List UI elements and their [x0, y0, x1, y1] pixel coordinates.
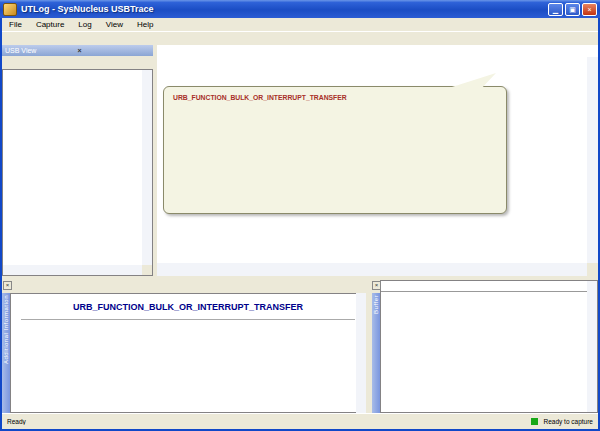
usb-tree [3, 70, 142, 265]
window-controls: ▁ ▣ × [548, 3, 597, 16]
tree-vertical-scrollbar[interactable] [142, 70, 152, 265]
menu-file[interactable]: File [2, 19, 29, 30]
usb-view-close-icon[interactable]: × [78, 47, 151, 54]
detail-title: URB_FUNCTION_BULK_OR_INTERRUPT_TRANSFER [11, 302, 365, 312]
log-table-header [157, 45, 598, 57]
detail-close-icon[interactable]: × [3, 281, 12, 290]
detail-side-label: Additional Information [3, 293, 9, 366]
minimize-button[interactable]: ▁ [548, 3, 563, 16]
menu-bar: FileCaptureLogViewHelp [2, 18, 598, 31]
detail-content: URB_FUNCTION_BULK_OR_INTERRUPT_TRANSFER [10, 293, 366, 413]
log-vertical-scrollbar[interactable] [587, 57, 598, 263]
capture-indicator [528, 418, 540, 425]
status-capture-state: Ready to capture [540, 418, 596, 425]
menu-log[interactable]: Log [71, 19, 98, 30]
log-horizontal-scrollbar[interactable] [157, 263, 587, 276]
scrollbar-corner [587, 263, 598, 276]
menu-help[interactable]: Help [130, 19, 160, 30]
usb-view-header: USB View × [2, 45, 153, 56]
scrollbar-corner [142, 265, 152, 275]
detail-side-strip: Additional Information [2, 293, 10, 413]
status-ready-text: Ready [4, 418, 528, 425]
status-bar: Ready Ready to capture [2, 413, 598, 429]
usb-tree-panel [2, 69, 153, 276]
menu-capture[interactable]: Capture [29, 19, 71, 30]
buffer-close-icon[interactable]: × [372, 281, 381, 290]
app-icon [3, 3, 17, 16]
toolbar [2, 31, 598, 45]
window-title: UTLog - SysNucleus USBTrace [21, 4, 548, 14]
capture-indicator-dot [531, 418, 538, 425]
urb-tooltip: URB_FUNCTION_BULK_OR_INTERRUPT_TRANSFER [163, 86, 507, 214]
app-window: UTLog - SysNucleus USBTrace ▁ ▣ × FileCa… [0, 0, 600, 431]
divider [21, 319, 355, 320]
title-bar: UTLog - SysNucleus USBTrace ▁ ▣ × [0, 0, 600, 18]
usb-view-tabs [2, 56, 153, 69]
hex-rows [381, 292, 587, 412]
hex-header [381, 281, 587, 292]
close-button[interactable]: × [582, 3, 597, 16]
tooltip-title: URB_FUNCTION_BULK_OR_INTERRUPT_TRANSFER [173, 94, 497, 102]
hex-viewer [380, 280, 598, 413]
menu-view[interactable]: View [99, 19, 130, 30]
buffer-side-strip: Buffer [372, 293, 380, 413]
tree-horizontal-scrollbar[interactable] [3, 265, 142, 275]
window-border-left [0, 18, 2, 429]
restore-button[interactable]: ▣ [565, 3, 580, 16]
detail-vertical-scrollbar[interactable] [356, 293, 366, 413]
buffer-vertical-scrollbar[interactable] [587, 281, 597, 412]
buffer-side-label: Buffer [373, 293, 379, 316]
usb-view-title: USB View [5, 47, 78, 54]
